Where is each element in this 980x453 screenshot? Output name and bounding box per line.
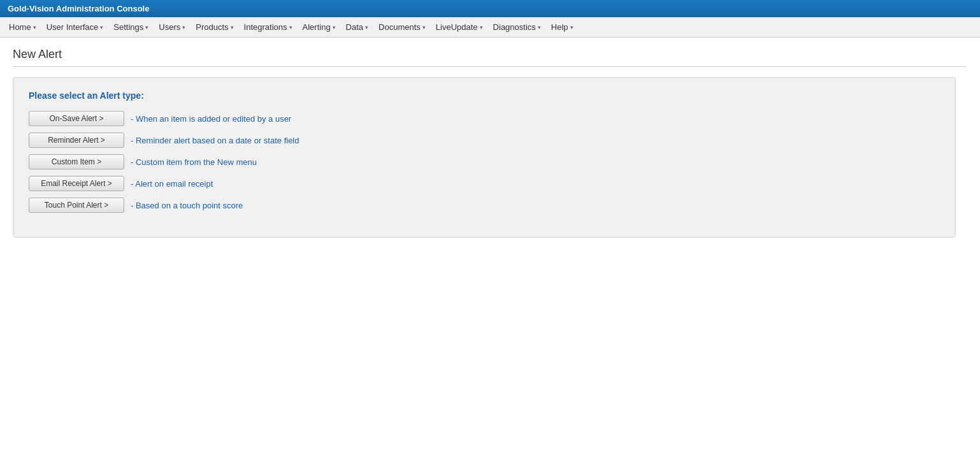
- nav-item-home[interactable]: Home▾: [4, 17, 41, 37]
- nav-label: Help: [551, 22, 568, 32]
- alert-type-button-3[interactable]: Email Receipt Alert >: [29, 176, 124, 191]
- nav-arrow-icon: ▾: [182, 24, 185, 31]
- nav-arrow-icon: ▾: [422, 24, 426, 31]
- nav-item-settings[interactable]: Settings▾: [108, 17, 154, 37]
- alert-type-description-1: - Reminder alert based on a date or stat…: [131, 136, 299, 145]
- nav-item-diagnostics[interactable]: Diagnostics▾: [488, 17, 546, 37]
- nav-label: Integrations: [244, 22, 287, 32]
- alert-type-button-2[interactable]: Custom Item >: [29, 154, 124, 169]
- nav-label: Data: [346, 22, 363, 32]
- app-banner-title: Gold-Vision Administration Console: [8, 4, 149, 13]
- nav-label: Products: [196, 22, 228, 32]
- nav-label: Diagnostics: [493, 22, 536, 32]
- alert-type-description-3: - Alert on email receipt: [131, 179, 213, 189]
- alert-row: Custom Item >- Custom item from the New …: [29, 154, 940, 169]
- nav-arrow-icon: ▾: [333, 24, 336, 31]
- nav-label: Settings: [113, 22, 143, 32]
- alert-types-list: On-Save Alert >- When an item is added o…: [29, 111, 940, 213]
- alert-type-description-0: - When an item is added or edited by a u…: [131, 114, 291, 124]
- alert-type-button-1[interactable]: Reminder Alert >: [29, 133, 124, 148]
- alert-row: On-Save Alert >- When an item is added o…: [29, 111, 940, 126]
- app-banner: Gold-Vision Administration Console: [0, 0, 980, 17]
- nav-arrow-icon: ▾: [33, 24, 36, 31]
- page-content: New Alert Please select an Alert type: O…: [0, 38, 980, 248]
- nav-label: User Interface: [47, 22, 99, 32]
- alert-type-description-2: - Custom item from the New menu: [131, 157, 257, 167]
- nav-label: Documents: [378, 22, 421, 32]
- nav-item-alerting[interactable]: Alerting▾: [298, 17, 341, 37]
- alert-type-button-0[interactable]: On-Save Alert >: [29, 111, 124, 126]
- nav-item-data[interactable]: Data▾: [341, 17, 373, 37]
- page-title: New Alert: [13, 48, 967, 67]
- nav-arrow-icon: ▾: [289, 24, 292, 31]
- nav-arrow-icon: ▾: [480, 24, 483, 31]
- nav-bar: Home▾User Interface▾Settings▾Users▾Produ…: [0, 17, 980, 38]
- nav-item-integrations[interactable]: Integrations▾: [239, 17, 298, 37]
- panel-prompt: Please select an Alert type:: [29, 90, 940, 101]
- nav-item-products[interactable]: Products▾: [191, 17, 238, 37]
- nav-item-users[interactable]: Users▾: [154, 17, 191, 37]
- nav-item-liveupdate[interactable]: LiveUpdate▾: [431, 17, 488, 37]
- alert-row: Touch Point Alert >- Based on a touch po…: [29, 198, 940, 213]
- nav-item-documents[interactable]: Documents▾: [373, 17, 431, 37]
- nav-item-help[interactable]: Help▾: [546, 17, 579, 37]
- nav-label: Home: [9, 22, 31, 32]
- nav-item-user-interface[interactable]: User Interface▾: [41, 17, 109, 37]
- alert-type-description-4: - Based on a touch point score: [131, 201, 243, 210]
- nav-arrow-icon: ▾: [365, 24, 368, 31]
- alert-type-button-4[interactable]: Touch Point Alert >: [29, 198, 124, 213]
- nav-arrow-icon: ▾: [100, 24, 103, 31]
- alert-panel: Please select an Alert type: On-Save Ale…: [13, 77, 956, 238]
- alert-row: Email Receipt Alert >- Alert on email re…: [29, 176, 940, 191]
- nav-label: LiveUpdate: [436, 22, 478, 32]
- nav-arrow-icon: ▾: [231, 24, 234, 31]
- nav-label: Users: [159, 22, 180, 32]
- alert-row: Reminder Alert >- Reminder alert based o…: [29, 133, 940, 148]
- nav-label: Alerting: [303, 22, 331, 32]
- nav-arrow-icon: ▾: [145, 24, 148, 31]
- nav-arrow-icon: ▾: [570, 24, 573, 31]
- nav-arrow-icon: ▾: [538, 24, 541, 31]
